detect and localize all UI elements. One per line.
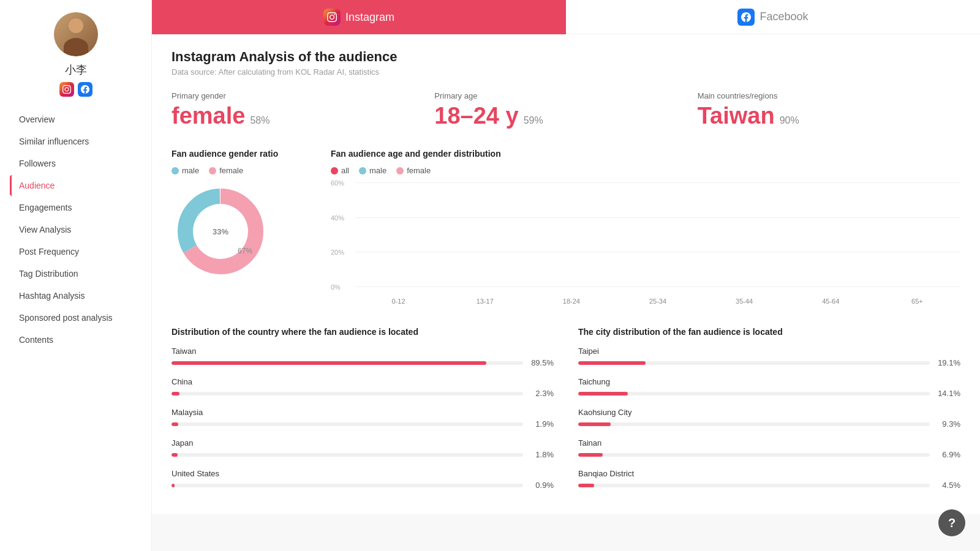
dist-malaysia-pct: 1.9% — [528, 419, 554, 429]
nav-sponsored[interactable]: Sponsored post analysis — [10, 307, 141, 328]
dist-taiwan: Taiwan 89.5% — [172, 347, 554, 367]
bar-chart-area: 60% 40% 20% 0% — [331, 182, 960, 305]
nav-hashtag-analysis[interactable]: Hashtag Analysis — [10, 285, 141, 306]
dist-kaohsiung-fill — [578, 422, 611, 426]
instagram-tab-label: Instagram — [345, 11, 394, 24]
dist-tainan-name: Tainan — [578, 438, 960, 448]
legend-male: male — [172, 166, 199, 175]
bar-chart-title: Fan audience age and gender distribution — [331, 149, 960, 159]
donut-section: Fan audience gender ratio male female — [172, 149, 306, 305]
dist-us-pct: 0.9% — [528, 481, 554, 490]
x-label-45-64: 45-64 — [788, 298, 874, 305]
dist-tainan-fill — [578, 453, 603, 457]
tab-instagram[interactable]: Instagram — [152, 0, 566, 34]
x-label-0-12: 0-12 — [355, 298, 442, 305]
facebook-icon[interactable] — [78, 82, 92, 97]
data-source: Data source: After calculating from KOL … — [172, 67, 960, 77]
x-label-65+: 65+ — [874, 298, 960, 305]
nav-contents[interactable]: Contents — [10, 329, 141, 350]
dist-kaohsiung-track — [578, 422, 930, 426]
bar-male-label: male — [369, 166, 386, 175]
dist-taipei-track — [578, 361, 930, 365]
dist-tainan-track — [578, 453, 930, 457]
male-dot — [172, 167, 179, 174]
bar-chart-section: Fan audience age and gender distribution… — [331, 149, 960, 305]
gender-stat: Primary gender female 58% — [172, 91, 434, 129]
country-pct: 90% — [780, 115, 799, 126]
bar-male-dot — [359, 167, 366, 174]
dist-banqiao: Banqiao District 4.5% — [578, 469, 960, 490]
x-label-35-44: 35-44 — [701, 298, 788, 305]
city-dist-title: The city distribution of the fan audienc… — [578, 327, 960, 337]
dist-china-name: China — [172, 377, 554, 386]
page-title: Instagram Analysis of the audience — [172, 49, 960, 65]
gender-label: Primary gender — [172, 91, 434, 100]
x-label-25-34: 25-34 — [614, 298, 701, 305]
gender-pct: 58% — [250, 115, 270, 126]
dist-japan-name: Japan — [172, 438, 554, 448]
bars-container — [355, 182, 960, 287]
female-dot — [209, 167, 216, 174]
dist-banqiao-track — [578, 484, 930, 487]
age-label: Primary age — [434, 91, 697, 100]
country-stat: Main countries/regions Taiwan 90% — [698, 91, 960, 129]
bar-legend-male: male — [359, 166, 386, 175]
donut-center-label: 33% — [213, 227, 228, 236]
bar-female-dot — [396, 167, 404, 174]
dist-banqiao-name: Banqiao District — [578, 469, 960, 478]
nav-post-frequency[interactable]: Post Frequency — [10, 241, 141, 262]
female-label: female — [219, 166, 243, 175]
primary-stats: Primary gender female 58% Primary age 18… — [172, 91, 960, 129]
age-stat: Primary age 18–24 y 59% — [434, 91, 697, 129]
dist-taichung-fill — [578, 392, 628, 395]
tab-bar: Instagram Facebook — [152, 0, 980, 34]
dist-banqiao-fill — [578, 484, 594, 487]
male-label: male — [182, 166, 199, 175]
legend-female: female — [209, 166, 243, 175]
country-distribution: Distribution of the country where the fa… — [172, 327, 554, 500]
instagram-icon[interactable] — [59, 82, 74, 97]
dist-malaysia-name: Malaysia — [172, 408, 554, 417]
nav-followers[interactable]: Followers — [10, 153, 141, 174]
charts-row: Fan audience gender ratio male female — [172, 149, 960, 305]
nav-audience[interactable]: Audience — [10, 175, 141, 196]
nav-similar[interactable]: Similar influencers — [10, 131, 141, 152]
dist-taiwan-track — [172, 361, 523, 365]
help-button[interactable]: ? — [938, 509, 965, 536]
nav-view-analysis[interactable]: View Analysis — [10, 219, 141, 240]
dist-taiwan-fill — [172, 361, 486, 365]
age-value: 18–24 y — [434, 103, 518, 129]
tab-facebook[interactable]: Facebook — [566, 0, 980, 34]
dist-taichung-pct: 14.1% — [935, 389, 960, 398]
dist-taipei-name: Taipei — [578, 347, 960, 356]
dist-japan-pct: 1.8% — [528, 450, 554, 459]
dist-taiwan-name: Taiwan — [172, 347, 554, 356]
dist-japan: Japan 1.8% — [172, 438, 554, 459]
donut-title: Fan audience gender ratio — [172, 149, 306, 159]
age-pct: 59% — [524, 115, 543, 126]
dist-taipei-fill — [578, 361, 646, 365]
content-area: Instagram Analysis of the audience Data … — [152, 34, 980, 514]
dist-malaysia-fill — [172, 422, 178, 426]
dist-taichung-name: Taichung — [578, 377, 960, 386]
all-dot — [331, 167, 338, 174]
facebook-tab-label: Facebook — [760, 10, 808, 23]
nav-tag-distribution[interactable]: Tag Distribution — [10, 263, 141, 284]
female-pct-label: 67% — [238, 247, 252, 255]
dist-china-fill — [172, 392, 179, 395]
dist-taichung: Taichung 14.1% — [578, 377, 960, 398]
city-distribution: The city distribution of the fan audienc… — [578, 327, 960, 500]
nav-engagements[interactable]: Engagements — [10, 197, 141, 218]
main-content: Instagram Facebook Instagram Analysis of… — [152, 0, 980, 551]
gender-value: female — [172, 103, 245, 129]
dist-us-name: United States — [172, 469, 554, 478]
social-icons — [59, 82, 92, 97]
username: 小李 — [65, 62, 87, 77]
country-value: Taiwan — [698, 103, 775, 129]
x-label-18-24: 18-24 — [528, 298, 614, 305]
dist-japan-fill — [172, 453, 178, 457]
bar-legend-female: female — [396, 166, 431, 175]
nav-overview[interactable]: Overview — [10, 109, 141, 130]
all-label: all — [341, 166, 349, 175]
donut-legend: male female — [172, 166, 306, 175]
